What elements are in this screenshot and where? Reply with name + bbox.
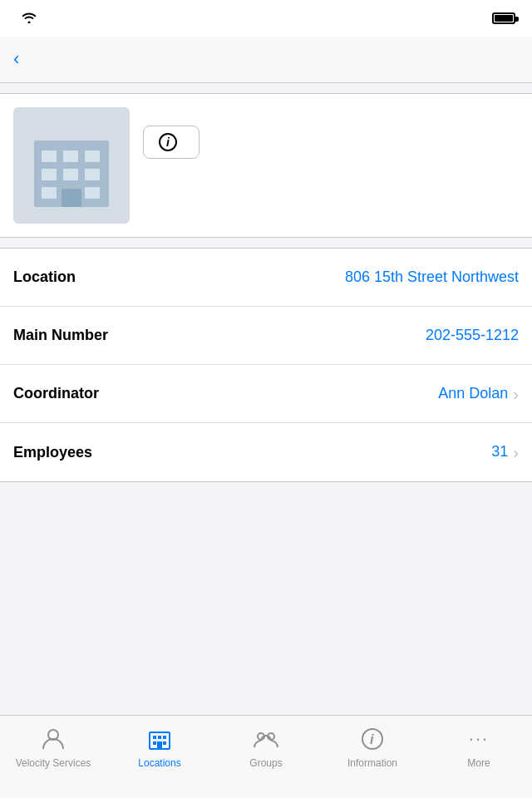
tab-item-groups[interactable]: Groups: [213, 724, 319, 769]
svg-text:i: i: [370, 732, 374, 746]
svg-rect-16: [163, 741, 166, 745]
info-tab-icon: i: [357, 724, 387, 754]
svg-rect-9: [62, 189, 81, 207]
detail-value: 806 15th Street Northwest: [163, 267, 519, 288]
back-chevron-icon: ‹: [13, 50, 19, 68]
svg-rect-13: [158, 736, 161, 739]
detail-value-text: 31: [491, 441, 508, 462]
dots-tab-icon: ···: [464, 724, 494, 754]
svg-rect-4: [42, 169, 57, 180]
information-button[interactable]: i: [143, 126, 200, 159]
detail-label: Location: [13, 268, 163, 286]
person-tab-icon: [38, 724, 68, 754]
detail-value: Ann Dolan›: [163, 382, 519, 406]
wifi-icon: [22, 12, 37, 26]
svg-rect-1: [42, 150, 57, 162]
building-tab-icon: [145, 724, 175, 754]
tab-item-information[interactable]: i Information: [319, 724, 426, 769]
tab-item-locations[interactable]: Locations: [106, 724, 213, 769]
back-button[interactable]: ‹: [13, 52, 22, 68]
detail-value-text: Ann Dolan: [438, 383, 508, 404]
tab-bar: Velocity Services Locations Groups i Inf…: [0, 715, 532, 798]
detail-row: Location806 15th Street Northwest: [0, 249, 532, 307]
detail-label: Main Number: [13, 327, 163, 344]
svg-rect-3: [85, 150, 100, 162]
detail-label: Coordinator: [13, 385, 163, 402]
chevron-right-icon: ›: [513, 382, 519, 406]
building-icon: [22, 116, 121, 215]
info-circle-icon: i: [159, 133, 177, 151]
detail-section: Location806 15th Street NorthwestMain Nu…: [0, 248, 532, 482]
tab-label: Groups: [249, 757, 282, 769]
more-dots-icon: ···: [469, 728, 489, 750]
svg-rect-14: [163, 736, 166, 739]
detail-value: 202-555-1212: [163, 325, 519, 346]
svg-rect-7: [42, 187, 57, 199]
tab-label: Velocity Services: [16, 757, 91, 769]
building-thumbnail: [13, 107, 130, 224]
svg-rect-2: [63, 150, 78, 162]
svg-rect-17: [157, 741, 162, 749]
svg-rect-12: [153, 736, 156, 739]
detail-row: Main Number202-555-1212: [0, 307, 532, 365]
detail-row[interactable]: CoordinatorAnn Dolan›: [0, 365, 532, 423]
tab-item-more[interactable]: ···More: [426, 724, 532, 769]
tab-label: Information: [347, 757, 397, 769]
tab-label: More: [467, 757, 490, 769]
status-bar-left: [17, 12, 37, 26]
battery-icon: [492, 12, 515, 24]
status-bar-right: [492, 12, 515, 24]
chevron-right-icon: ›: [513, 441, 519, 464]
svg-rect-8: [85, 187, 100, 199]
location-card-info: i: [143, 107, 519, 159]
svg-rect-15: [153, 741, 156, 745]
svg-rect-5: [63, 169, 78, 180]
tab-label: Locations: [138, 757, 180, 769]
svg-rect-6: [85, 169, 100, 180]
detail-label: Employees: [13, 444, 163, 461]
nav-bar: ‹: [0, 37, 532, 83]
status-bar: [0, 0, 532, 37]
location-card: i: [0, 93, 532, 238]
group-tab-icon: [251, 724, 281, 754]
detail-row[interactable]: Employees31›: [0, 423, 532, 481]
tab-item-velocity-services[interactable]: Velocity Services: [0, 724, 106, 769]
detail-value: 31›: [163, 441, 519, 464]
